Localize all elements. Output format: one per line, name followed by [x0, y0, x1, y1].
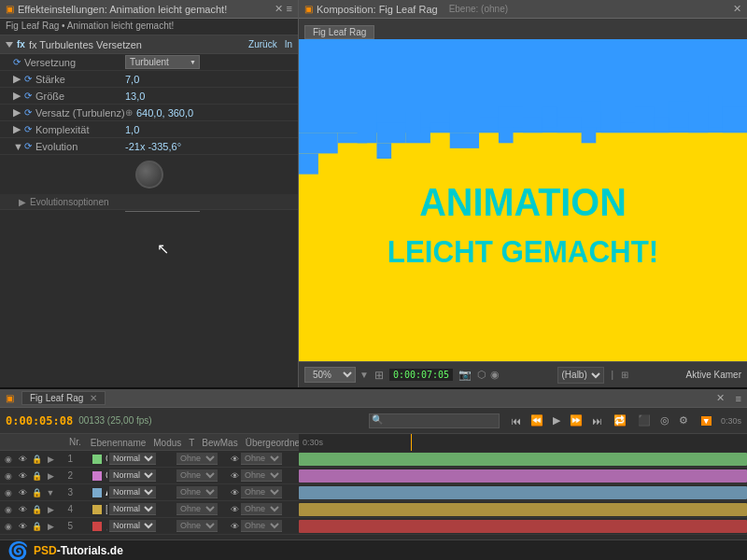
- mask-icon[interactable]: ⬡: [477, 369, 486, 381]
- layer-3-controls: ◉ 👁 🔒 ▼ 3: [2, 486, 91, 499]
- layer-5-solo[interactable]: ◉: [2, 520, 15, 533]
- layer-2-bewmas-dd[interactable]: Ohne: [176, 469, 218, 482]
- timeline-titlebar: ▣ Fig Leaf Rag ✕ ✕ ≡: [0, 389, 747, 408]
- loop-icon[interactable]: 🔁: [613, 414, 627, 427]
- komplex-value[interactable]: 1,0: [125, 124, 139, 135]
- layer-4-mode-dd[interactable]: Normal: [109, 503, 156, 515]
- menu-icon[interactable]: ≡: [287, 3, 292, 15]
- größe-cycle-icon[interactable]: ⟳: [24, 91, 32, 101]
- layer-5-middle: 🎵 [Fig Leaf Rag.mp3]: [92, 521, 107, 531]
- stärke-expand[interactable]: ▶: [13, 73, 21, 85]
- layer-3-collapse[interactable]: ▼: [44, 486, 57, 499]
- transport-fwd[interactable]: ⏩: [570, 414, 583, 427]
- turbulentes-zuruck-link[interactable]: Zurück: [248, 39, 277, 49]
- layer-2-vis[interactable]: 👁: [16, 469, 29, 483]
- layer-solo-icon[interactable]: ◎: [660, 414, 669, 427]
- layer-1-bewmas-dd[interactable]: Ohne: [176, 453, 218, 465]
- versatz-cycle-icon[interactable]: ⟳: [24, 107, 32, 118]
- layer-5-vis[interactable]: 👁: [16, 520, 29, 533]
- layer-3-uberg-dd[interactable]: Ohne: [241, 486, 282, 498]
- turbulentes-in-link[interactable]: In: [285, 39, 292, 49]
- svg-rect-2: [299, 133, 338, 153]
- layer-5-bewmas-dd[interactable]: Ohne: [176, 520, 218, 532]
- stärke-value[interactable]: 7,0: [125, 74, 139, 85]
- render-icon[interactable]: ◉: [490, 369, 500, 381]
- layer-5-color: [92, 522, 102, 531]
- search-input[interactable]: [369, 413, 500, 428]
- layer-1-uberg-dd[interactable]: Ohne: [241, 453, 282, 465]
- layer-3-bewmas-dd[interactable]: Ohne: [176, 486, 218, 498]
- quality-select[interactable]: (Halb): [557, 367, 604, 384]
- collapse-arrow-turbulentes[interactable]: [6, 42, 13, 48]
- layer-1-lock[interactable]: 🔒: [30, 453, 43, 466]
- evolution-knob[interactable]: [135, 161, 163, 189]
- close-icon[interactable]: ✕: [275, 3, 283, 15]
- layer-4-lock[interactable]: 🔒: [30, 503, 43, 516]
- evolution-value[interactable]: -21x -335,6°: [125, 141, 181, 152]
- layer-2-num: 2: [58, 470, 73, 481]
- komplex-cycle-icon[interactable]: ⟳: [24, 124, 32, 134]
- zoom-icon[interactable]: ▼: [359, 370, 369, 380]
- layer-3-lock[interactable]: 🔒: [30, 486, 43, 499]
- layer-3-eye2[interactable]: 👁: [228, 488, 241, 497]
- versatz-value[interactable]: 640,0, 360,0: [136, 107, 193, 119]
- render-queue-icon[interactable]: ⬛: [638, 414, 651, 427]
- größe-value[interactable]: 13,0: [125, 91, 145, 102]
- layer-1-eye2[interactable]: 👁: [228, 455, 241, 464]
- view-options[interactable]: ⊞: [621, 370, 628, 380]
- layer-4-color: [92, 505, 102, 514]
- layer-1-solo[interactable]: ◉: [2, 453, 15, 466]
- versetzung-cycle-icon[interactable]: ⟳: [13, 57, 21, 67]
- layer-5-bar: [299, 520, 747, 533]
- comp-close-icon[interactable]: ✕: [733, 3, 741, 15]
- settings-icon[interactable]: ⚙: [679, 414, 688, 427]
- tl-menu-icon[interactable]: ≡: [736, 393, 741, 404]
- transport-rew[interactable]: ⏪: [530, 414, 543, 427]
- turbulentes-header[interactable]: fx fx Turbulentes Versetzen Zurück In: [0, 35, 298, 54]
- layer-4-uberg-dd[interactable]: Ohne: [241, 503, 282, 515]
- layer-4-collapse[interactable]: ▶: [44, 503, 57, 516]
- versetzung-dropdown[interactable]: Turbulent: [125, 55, 200, 69]
- layer-5-lock[interactable]: 🔒: [30, 520, 43, 533]
- layer-4-num: 4: [58, 504, 73, 514]
- layer-4-eye2[interactable]: 👁: [228, 505, 241, 514]
- fig-leaf-tab[interactable]: Fig Leaf Rag: [304, 25, 374, 39]
- layer-2-mode-dd[interactable]: Normal: [109, 469, 156, 482]
- layer-2-lock[interactable]: 🔒: [30, 469, 43, 483]
- versatz-expand[interactable]: ▶: [13, 106, 21, 119]
- evolutionsoptionen-header[interactable]: ▶ Evolutionsoptionen: [0, 194, 298, 210]
- layer-5-mode-dd[interactable]: Normal: [109, 520, 156, 532]
- layer-3-solo[interactable]: ◉: [2, 486, 15, 499]
- layer-2-solo[interactable]: ◉: [2, 469, 15, 483]
- layer-2-uberg-dd[interactable]: Ohne: [241, 469, 282, 482]
- komplex-expand[interactable]: ▶: [13, 123, 21, 135]
- layer-3-vis[interactable]: 👁: [16, 486, 29, 499]
- stärke-cycle-icon[interactable]: ⟳: [24, 74, 32, 84]
- transport-next[interactable]: ⏭: [592, 415, 602, 427]
- layer-2-collapse[interactable]: ▶: [44, 469, 57, 483]
- layer-4-vis[interactable]: 👁: [16, 503, 29, 516]
- layer-5-collapse[interactable]: ▶: [44, 520, 57, 533]
- evolution-cycle-icon[interactable]: ⟳: [24, 141, 32, 151]
- transport-prev[interactable]: ⏮: [511, 415, 521, 427]
- layer-2-eye2[interactable]: 👁: [228, 471, 241, 481]
- layer-5-uberg-dd[interactable]: Ohne: [241, 520, 282, 532]
- search-icon: 🔍: [372, 414, 383, 425]
- timeline-tab[interactable]: Fig Leaf Rag ✕: [21, 391, 106, 405]
- evoopt-expand[interactable]: ▶: [19, 197, 26, 207]
- layer-1-mode-dd[interactable]: Normal: [109, 453, 156, 465]
- transport-play[interactable]: ▶: [553, 414, 560, 427]
- camera-icon[interactable]: 📷: [458, 369, 472, 381]
- layer-3-mode-dd[interactable]: Normal: [109, 486, 156, 498]
- zoom-select[interactable]: 50%: [304, 367, 356, 383]
- größe-expand[interactable]: ▶: [13, 90, 21, 102]
- layer-1-collapse[interactable]: ▶: [44, 453, 57, 466]
- evolution-expand[interactable]: ▼: [13, 141, 21, 152]
- layer-5-eye2[interactable]: 👁: [228, 522, 241, 531]
- fit-icon[interactable]: ⊞: [374, 369, 384, 382]
- timeline-tab-close[interactable]: ✕: [90, 393, 97, 403]
- layer-4-bewmas-dd[interactable]: Ohne: [176, 503, 218, 515]
- layer-4-solo[interactable]: ◉: [2, 503, 15, 516]
- tl-close-icon[interactable]: ✕: [716, 392, 725, 404]
- layer-1-vis[interactable]: 👁: [16, 453, 29, 466]
